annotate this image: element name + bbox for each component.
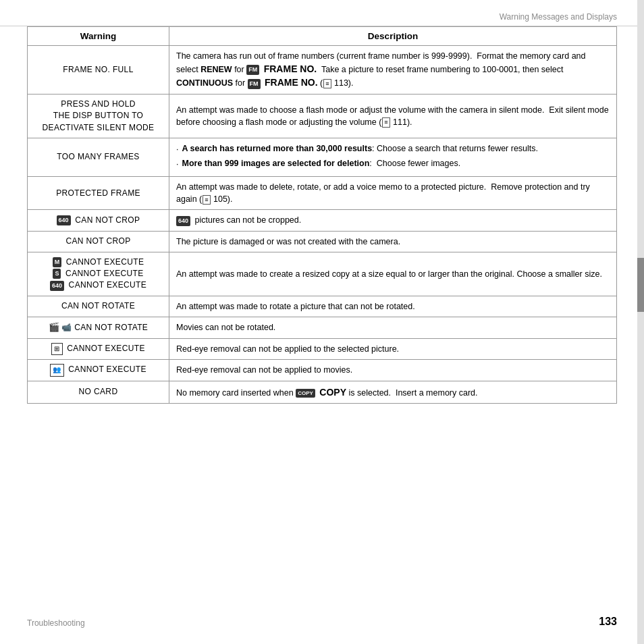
footer-page-number: 133 [599,616,617,628]
table-row: M CANNOT EXECUTE S CANNOT EXECUTE 640 CA… [28,252,617,296]
copy-badge-icon: COPY [296,389,315,398]
desc-cell: An attempt was made to rotate a picture … [169,296,617,317]
page-footer: Troubleshooting 133 [0,616,644,628]
table-row: 🎬📹 CAN NOT ROTATE Movies can not be rota… [28,317,617,338]
warning-cell: ⊞ CANNOT EXECUTE [28,338,169,360]
warning-cell: 🎬📹 CAN NOT ROTATE [28,317,169,338]
header-title: Warning Messages and Displays [500,12,617,22]
badge-640-icon: 640 [50,281,64,291]
table-row: CAN NOT ROTATE An attempt was made to ro… [28,296,617,317]
desc-cell: Red-eye removal can not be applied to th… [169,338,617,360]
badge-640-icon: 640 [176,216,190,226]
desc-cell: An attempt was made to delete, rotate, o… [169,177,617,210]
table-row: NO CARD No memory card inserted when COP… [28,381,617,403]
badge-s-icon: S [53,269,61,279]
table-row: 640 CAN NOT CROP 640 pictures can not be… [28,210,617,231]
desc-cell: Movies can not be rotated. [169,317,617,338]
page-header: Warning Messages and Displays [0,0,644,26]
table-row: PRESS AND HOLDTHE DISP BUTTON TODEACTIVA… [28,94,617,138]
desc-cell: The picture is damaged or was not create… [169,231,617,252]
desc-cell: · A search has returned more than 30,000… [169,138,617,176]
scrollbar-track [637,0,644,644]
warning-cell: M CANNOT EXECUTE S CANNOT EXECUTE 640 CA… [28,252,169,296]
table-row: 👥 CANNOT EXECUTE Red-eye removal can not… [28,360,617,381]
col-header-desc: Description [169,27,617,46]
table-row: FRAME NO. FULL The camera has run out of… [28,46,617,95]
col-header-warning: Warning [28,27,169,46]
warning-cell: 👥 CANNOT EXECUTE [28,360,169,381]
table-row: PROTECTED FRAME An attempt was made to d… [28,177,617,210]
movie-redeye-icon: 👥 [50,364,63,377]
main-content: Warning Description FRAME NO. FULL The c… [0,26,644,404]
scrollbar-thumb[interactable] [637,258,644,312]
desc-cell: Red-eye removal can not be applied to mo… [169,360,617,381]
desc-cell: An attempt was made to choose a flash mo… [169,94,617,138]
badge-640-icon: 640 [57,215,71,225]
table-row: ⊞ CANNOT EXECUTE Red-eye removal can not… [28,338,617,360]
warning-cell: 640 CAN NOT CROP [28,210,169,231]
warning-cell: NO CARD [28,381,169,403]
desc-cell: 640 pictures can not be cropped. [169,210,617,231]
table-row: TOO MANY FRAMES · A search has returned … [28,138,617,176]
badge-m-icon: M [53,257,62,267]
desc-cell: An attempt was made to create a resized … [169,252,617,296]
warning-cell: TOO MANY FRAMES [28,138,169,176]
footer-left: Troubleshooting [27,618,85,628]
movie-rotate-icon: 🎬 [49,321,59,334]
warning-table: Warning Description FRAME NO. FULL The c… [27,26,617,404]
warning-cell: CAN NOT CROP [28,231,169,252]
desc-cell: No memory card inserted when COPY COPY i… [169,381,617,403]
warning-cell: CAN NOT ROTATE [28,296,169,317]
warning-cell: PROTECTED FRAME [28,177,169,210]
warning-cell: FRAME NO. FULL [28,46,169,95]
desc-cell: The camera has run out of frame numbers … [169,46,617,95]
table-row: CAN NOT CROP The picture is damaged or w… [28,231,617,252]
warning-cell: PRESS AND HOLDTHE DISP BUTTON TODEACTIVA… [28,94,169,138]
redeye-icon: ⊞ [51,343,62,356]
